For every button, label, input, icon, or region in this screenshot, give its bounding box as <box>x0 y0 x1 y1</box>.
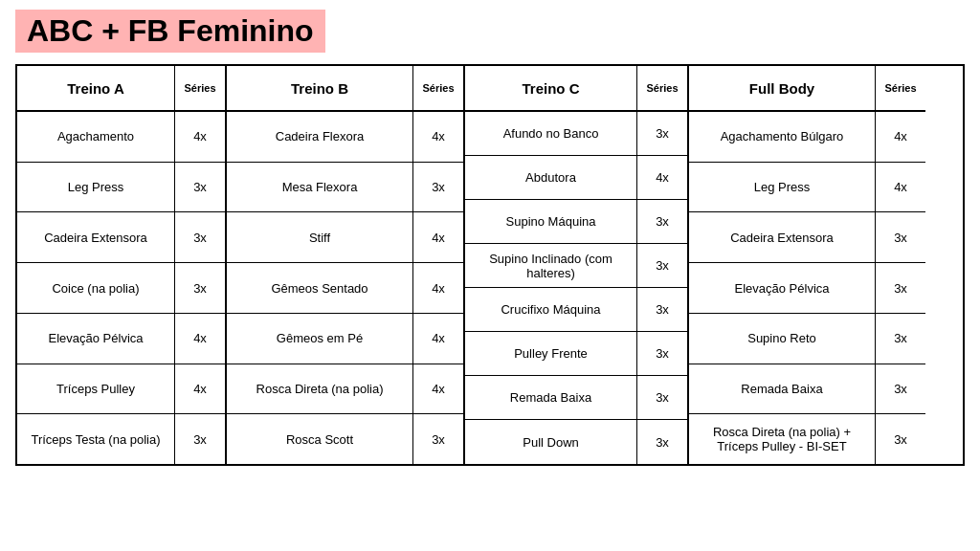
section-treino-a: Treino A AgachamentoLeg PressCadeira Ext… <box>17 66 227 464</box>
series-value: 3x <box>175 212 225 263</box>
list-item: Pull Down <box>465 420 636 464</box>
list-item: Leg Press <box>17 163 174 213</box>
series-value: 3x <box>413 414 463 464</box>
treino-a-header: Treino A <box>17 66 174 112</box>
series-value: 4x <box>175 364 225 415</box>
list-item: Abdutora <box>465 156 636 200</box>
treino-b-exercise-col: Treino B Cadeira FlexoraMesa FlexoraStif… <box>227 66 413 464</box>
series-value: 3x <box>175 414 225 464</box>
list-item: Crucifixo Máquina <box>465 288 636 332</box>
treino-a-series-col: Séries 4x3x3x3x4x4x3x <box>175 66 225 464</box>
series-value: 3x <box>876 414 925 464</box>
list-item: Stiff <box>227 212 412 263</box>
list-item: Elevação Pélvica <box>689 263 875 314</box>
list-item: Coice (na polia) <box>17 263 174 314</box>
fullbody-header: Full Body <box>689 66 875 112</box>
section-treino-b: Treino B Cadeira FlexoraMesa FlexoraStif… <box>227 66 465 464</box>
series-value: 3x <box>876 314 925 364</box>
series-value: 3x <box>876 263 925 314</box>
series-value: 4x <box>876 163 925 213</box>
series-value: 3x <box>637 244 687 288</box>
series-value: 4x <box>876 112 925 163</box>
list-item: Elevação Pélvica <box>17 314 174 364</box>
main-table: Treino A AgachamentoLeg PressCadeira Ext… <box>15 64 965 466</box>
series-value: 3x <box>637 200 687 244</box>
list-item: Supino Reto <box>689 314 875 364</box>
list-item: Cadeira Flexora <box>227 112 412 163</box>
list-item: Rosca Direta (na polia) <box>227 364 412 415</box>
treino-b-series-col: Séries 4x3x4x4x4x4x3x <box>413 66 463 464</box>
fullbody-series-col: Séries 4x4x3x3x3x3x3x <box>876 66 925 464</box>
series-value: 4x <box>175 112 225 163</box>
series-value: 4x <box>413 212 463 263</box>
list-item: Remada Baixa <box>689 364 875 415</box>
treino-c-series-header: Séries <box>637 66 687 112</box>
series-value: 4x <box>637 156 687 200</box>
series-value: 3x <box>413 163 463 213</box>
list-item: Mesa Flexora <box>227 163 412 213</box>
section-full-body: Full Body Agachamento BúlgaroLeg PressCa… <box>689 66 925 464</box>
list-item: Gêmeos em Pé <box>227 314 412 364</box>
list-item: Cadeira Extensora <box>17 212 174 263</box>
list-item: Rosca Direta (na polia) + Tríceps Pulley… <box>689 414 875 464</box>
series-value: 4x <box>413 364 463 415</box>
series-value: 3x <box>637 288 687 332</box>
list-item: Supino Inclinado (com halteres) <box>465 244 636 288</box>
treino-a-series-header: Séries <box>175 66 225 112</box>
list-item: Pulley Frente <box>465 332 636 376</box>
series-value: 3x <box>175 263 225 314</box>
treino-a-exercise-col: Treino A AgachamentoLeg PressCadeira Ext… <box>17 66 175 464</box>
series-value: 4x <box>175 314 225 364</box>
list-item: Tríceps Pulley <box>17 364 174 415</box>
treino-c-header: Treino C <box>465 66 636 112</box>
treino-c-series-col: Séries 3x4x3x3x3x3x3x3x <box>637 66 687 464</box>
list-item: Agachamento Búlgaro <box>689 112 875 163</box>
series-value: 4x <box>413 112 463 163</box>
fullbody-exercise-col: Full Body Agachamento BúlgaroLeg PressCa… <box>689 66 876 464</box>
list-item: Rosca Scott <box>227 414 412 464</box>
series-value: 3x <box>876 212 925 263</box>
list-item: Agachamento <box>17 112 174 163</box>
list-item: Leg Press <box>689 163 875 213</box>
page-title: ABC + FB Feminino <box>15 10 325 53</box>
list-item: Afundo no Banco <box>465 112 636 156</box>
list-item: Cadeira Extensora <box>689 212 875 263</box>
series-value: 3x <box>876 364 925 415</box>
series-value: 3x <box>175 163 225 213</box>
series-value: 3x <box>637 112 687 156</box>
list-item: Tríceps Testa (na polia) <box>17 414 174 464</box>
section-treino-c: Treino C Afundo no BancoAbdutoraSupino M… <box>465 66 689 464</box>
treino-b-header: Treino B <box>227 66 412 112</box>
series-value: 3x <box>637 420 687 464</box>
list-item: Remada Baixa <box>465 376 636 420</box>
treino-c-exercise-col: Treino C Afundo no BancoAbdutoraSupino M… <box>465 66 637 464</box>
series-value: 4x <box>413 263 463 314</box>
fullbody-series-header: Séries <box>876 66 925 112</box>
series-value: 3x <box>637 332 687 376</box>
list-item: Supino Máquina <box>465 200 636 244</box>
series-value: 4x <box>413 314 463 364</box>
series-value: 3x <box>637 376 687 420</box>
list-item: Gêmeos Sentado <box>227 263 412 314</box>
treino-b-series-header: Séries <box>413 66 463 112</box>
